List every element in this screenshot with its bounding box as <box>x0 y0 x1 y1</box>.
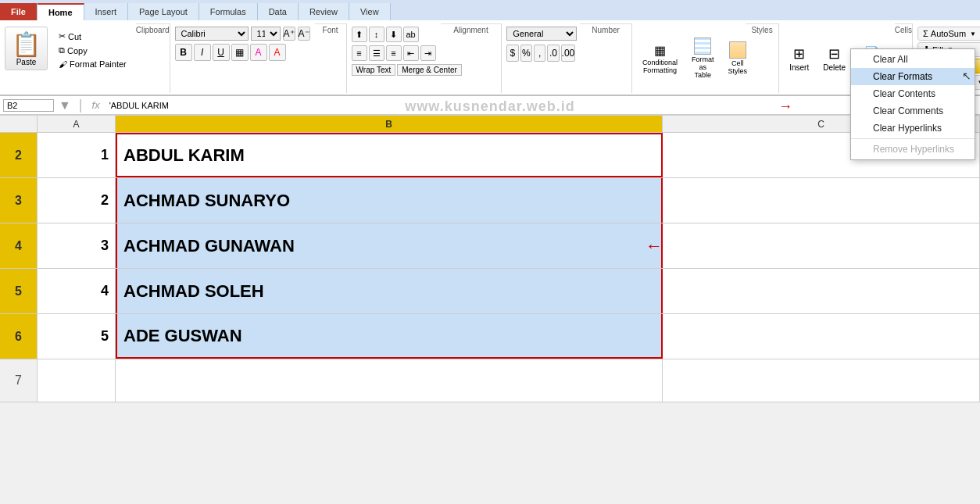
formula-fx-label: fx <box>89 99 103 111</box>
cell-c5[interactable] <box>663 269 980 313</box>
format-painter-icon: 🖌 <box>59 59 67 69</box>
cell-c4[interactable]: ← <box>663 223 980 268</box>
ribbon-group-alignment: ⬆ ↕ ⬇ ab ≡ ☰ ≡ ⇤ ⇥ Wrap Text Merge & Cen… <box>347 23 503 93</box>
cell-b7[interactable] <box>116 359 663 402</box>
delete-cells-button[interactable]: ⊟ Delete <box>817 27 851 90</box>
autosum-button[interactable]: Σ AutoSum ▼ <box>917 27 980 41</box>
format-as-table-button[interactable]: Formatas Table <box>686 27 720 90</box>
font-name-select[interactable]: Calibri <box>175 27 249 41</box>
align-top-button[interactable]: ⬆ <box>352 27 367 42</box>
tab-page-layout[interactable]: Page Layout <box>128 3 199 20</box>
cell-a7[interactable] <box>38 359 116 402</box>
cell-a4[interactable]: 3 <box>38 223 116 268</box>
fill-color-button[interactable]: A <box>250 44 267 61</box>
ribbon-container: File Home Insert Page Layout Formulas Da… <box>0 0 980 116</box>
align-middle-button[interactable]: ↕ <box>369 27 384 42</box>
cell-styles-icon <box>729 41 746 59</box>
dropdown-divider <box>851 138 975 139</box>
cell-a2[interactable]: 1 <box>38 133 116 177</box>
cell-c3[interactable] <box>663 178 980 223</box>
name-box[interactable] <box>3 99 54 112</box>
conditional-formatting-button[interactable]: ▦ ConditionalFormatting <box>637 27 683 90</box>
tab-formulas[interactable]: Formulas <box>199 3 258 20</box>
clear-formats-item[interactable]: Clear Formats <box>851 68 975 85</box>
tab-review[interactable]: Review <box>299 3 349 20</box>
styles-label: Styles <box>746 23 778 93</box>
delete-icon: ⊟ <box>828 45 840 63</box>
tab-file[interactable]: File <box>0 3 38 20</box>
currency-button[interactable]: $ <box>506 45 518 62</box>
font-size-select[interactable]: 11 <box>251 27 281 41</box>
wrap-text-button[interactable]: Wrap Text <box>352 64 396 76</box>
italic-button[interactable]: I <box>194 44 211 61</box>
spreadsheet-rows: 2 1 ABDUL KARIM 3 2 ACHMAD SUNARYO 4 3 A… <box>0 133 980 402</box>
format-table-icon <box>694 38 711 55</box>
clear-contents-item[interactable]: Clear Contents <box>851 85 975 102</box>
cell-c6[interactable] <box>663 314 980 359</box>
insert-icon: ⊞ <box>793 45 805 63</box>
border-button[interactable]: ▦ <box>231 44 249 61</box>
format-painter-button[interactable]: 🖌 Format Painter <box>54 58 131 70</box>
align-bottom-button[interactable]: ⬇ <box>386 27 402 42</box>
table-row: 6 5 ADE GUSWAN <box>0 314 980 359</box>
comma-button[interactable]: , <box>534 45 545 62</box>
tab-view[interactable]: View <box>349 3 391 20</box>
tab-home[interactable]: Home <box>38 3 84 20</box>
clear-all-item[interactable]: Clear All <box>851 51 975 68</box>
cell-b4[interactable]: ACHMAD GUNAWAN <box>116 223 663 268</box>
col-header-b[interactable]: B <box>116 116 663 132</box>
underline-button[interactable]: U <box>213 44 230 61</box>
decrease-indent-button[interactable]: ⇤ <box>403 45 419 61</box>
row-number-6: 6 <box>0 314 38 359</box>
text-orientation-button[interactable]: ab <box>403 27 419 42</box>
increase-indent-button[interactable]: ⇥ <box>420 45 436 61</box>
cell-b3[interactable]: ACHMAD SUNARYO <box>116 178 663 223</box>
clear-hyperlinks-item[interactable]: Clear Hyperlinks <box>851 120 975 137</box>
tab-data[interactable]: Data <box>258 3 299 20</box>
cell-b5[interactable]: ACHMAD SOLEH <box>116 269 663 313</box>
cell-c7[interactable] <box>663 359 980 402</box>
ribbon-group-clipboard: 📋 Paste ✂ Cut ⧉ Copy 🖌 Format <box>0 23 170 93</box>
copy-button[interactable]: ⧉ Copy <box>54 44 131 57</box>
cell-b2[interactable]: ABDUL KARIM <box>116 133 663 177</box>
table-row: 7 <box>0 359 980 402</box>
number-format-select[interactable]: General <box>506 27 577 41</box>
increase-font-button[interactable]: A⁺ <box>283 27 295 41</box>
percent-button[interactable]: % <box>520 45 532 62</box>
formula-separator: ▼ <box>57 98 73 113</box>
remove-hyperlinks-item: Remove Hyperlinks <box>851 141 975 158</box>
column-headers: A B C <box>0 116 980 133</box>
bold-button[interactable]: B <box>175 44 192 61</box>
align-right-button[interactable]: ≡ <box>386 45 402 61</box>
col-header-a[interactable]: A <box>38 116 116 132</box>
ribbon: 📋 Paste ✂ Cut ⧉ Copy 🖌 Format <box>0 20 980 96</box>
formula-input[interactable] <box>106 100 977 111</box>
align-left-button[interactable]: ≡ <box>352 45 367 61</box>
cell-a3[interactable]: 2 <box>38 178 116 223</box>
clipboard-label: Clipboard <box>136 23 170 93</box>
cell-a6[interactable]: 5 <box>38 314 116 359</box>
insert-cells-button[interactable]: ⊞ Insert <box>784 27 814 90</box>
decrease-font-button[interactable]: A⁻ <box>298 27 310 41</box>
cell-b6[interactable]: ADE GUSWAN <box>116 314 663 359</box>
row-number-4: 4 <box>0 223 38 268</box>
ribbon-group-font: Calibri 11 A⁺ A⁻ B I U ▦ A A <box>170 23 347 93</box>
cut-button[interactable]: ✂ Cut <box>54 30 131 43</box>
number-label: Number <box>580 23 631 93</box>
tab-insert[interactable]: Insert <box>84 3 129 20</box>
cell-a5[interactable]: 4 <box>38 269 116 313</box>
row-number-5: 5 <box>0 269 38 313</box>
align-center-button[interactable]: ☰ <box>369 45 384 61</box>
table-row: 4 3 ACHMAD GUNAWAN ← <box>0 223 980 269</box>
row-number-7: 7 <box>0 359 38 402</box>
font-color-button[interactable]: A <box>269 44 286 61</box>
decrease-decimal-button[interactable]: .0 <box>547 45 559 62</box>
ribbon-group-number: General $ % , .0 .00 Number <box>502 23 632 93</box>
spreadsheet-area: A B C 2 1 ABDUL KARIM 3 2 ACHMAD SUNARYO… <box>0 116 980 402</box>
paste-button[interactable]: 📋 Paste <box>5 27 48 70</box>
clear-comments-item[interactable]: Clear Comments <box>851 102 975 120</box>
table-row: 2 1 ABDUL KARIM <box>0 133 980 178</box>
row-number-2: 2 <box>0 133 38 177</box>
increase-decimal-button[interactable]: .00 <box>561 45 576 62</box>
paste-icon: 📋 <box>12 30 41 58</box>
